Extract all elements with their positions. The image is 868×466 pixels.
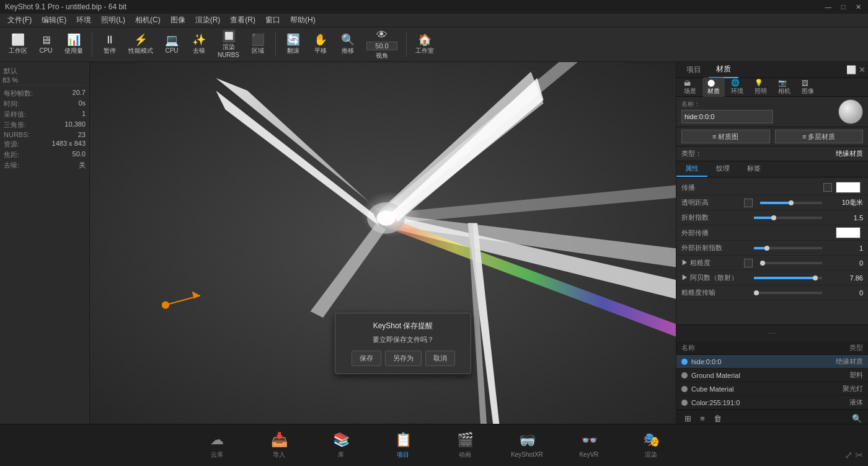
prop-ext-propagation: 外部传播 bbox=[676, 225, 868, 241]
subtab-image[interactable]: 🖼图像 bbox=[797, 78, 819, 97]
ext-refraction-slider[interactable] bbox=[754, 247, 823, 249]
menu-env[interactable]: 环境 bbox=[71, 14, 96, 27]
bottom-nav: ☁ 云库 📥 导入 📚 库 📋 项目 🎬 动画 🥽 KeyShotXR 👓 Ke… bbox=[0, 424, 868, 466]
maximize-button[interactable]: □ bbox=[838, 2, 848, 12]
tool-region[interactable]: ⬛ 区域 bbox=[246, 30, 270, 60]
roughness-checkbox[interactable] bbox=[744, 259, 753, 267]
nav-project[interactable]: 📋 项目 bbox=[384, 432, 422, 459]
mat-row-3[interactable]: Color:255:191:0 液体 bbox=[676, 396, 868, 410]
propagation-swatch[interactable] bbox=[836, 182, 861, 193]
tool-turntable[interactable]: 🔄 翻滚 bbox=[281, 30, 306, 60]
prop-tab-label[interactable]: 标签 bbox=[738, 161, 769, 177]
mat-row-0[interactable]: hide:0:0:0 绝缘材质 bbox=[676, 355, 868, 369]
dialog-cancel-button[interactable]: 取消 bbox=[425, 351, 455, 366]
subtab-scene[interactable]: 🏔场景 bbox=[679, 78, 701, 97]
minimize-button[interactable]: — bbox=[823, 2, 833, 12]
prop-tab-texture[interactable]: 纹理 bbox=[707, 161, 738, 177]
nav-import[interactable]: 📥 导入 bbox=[260, 432, 298, 459]
nav-library[interactable]: ☁ 云库 bbox=[198, 432, 236, 459]
menu-file[interactable]: 文件(F) bbox=[2, 14, 37, 27]
window-controls[interactable]: — □ ✕ bbox=[823, 2, 863, 12]
menu-view[interactable]: 查看(R) bbox=[225, 14, 260, 27]
rt-thumb[interactable] bbox=[754, 290, 759, 295]
propagation-checkbox[interactable] bbox=[823, 183, 832, 192]
ext-refraction-thumb[interactable] bbox=[764, 246, 769, 251]
transparency-thumb[interactable] bbox=[789, 200, 794, 205]
mat-name-input[interactable] bbox=[681, 110, 773, 123]
info-resources: 资源: 1483 x 843 bbox=[2, 139, 87, 150]
mat-graph-button[interactable]: ≡ 材质图 bbox=[681, 130, 770, 143]
tab-project[interactable]: 项目 bbox=[679, 62, 709, 78]
dialog-save-button[interactable]: 保存 bbox=[352, 351, 381, 366]
prop-refraction: 折射指数 1.5 bbox=[676, 210, 868, 225]
menu-image[interactable]: 图像 bbox=[166, 14, 190, 27]
mat-list-list-icon[interactable]: ≡ bbox=[696, 412, 709, 424]
roughness-thumb[interactable] bbox=[760, 261, 765, 266]
refraction-slider[interactable] bbox=[754, 217, 823, 219]
subtab-env[interactable]: 🌐环境 bbox=[726, 78, 748, 97]
perf-icon: ⚡ bbox=[134, 34, 148, 45]
tool-render-nurbs[interactable]: 🔲 渲染NURBS bbox=[214, 30, 243, 60]
tool-pause[interactable]: ⏸ 暂停 bbox=[97, 30, 122, 60]
menu-lighting[interactable]: 照明(L) bbox=[96, 14, 130, 27]
transparency-checkbox[interactable] bbox=[744, 199, 753, 207]
prop-tab-attrs[interactable]: 属性 bbox=[676, 161, 707, 177]
menu-edit[interactable]: 编辑(E) bbox=[37, 14, 71, 27]
menu-help[interactable]: 帮助(H) bbox=[285, 14, 321, 27]
nav-keyshotxr[interactable]: 🥽 KeyShotXR bbox=[508, 432, 546, 458]
tool-perf-mode[interactable]: ⚡ 性能模式 bbox=[125, 30, 157, 60]
menu-render[interactable]: 渲染(R) bbox=[190, 14, 226, 27]
divider-2 bbox=[275, 32, 276, 57]
abbe-slider[interactable] bbox=[754, 277, 823, 279]
mat-row-1[interactable]: Ground Material 塑料 bbox=[676, 369, 868, 382]
nav-lib2[interactable]: 📚 库 bbox=[322, 432, 360, 459]
panel-collapse-icon[interactable]: ⬜ bbox=[846, 65, 856, 74]
subtab-camera[interactable]: 📷相机 bbox=[773, 78, 795, 97]
nav-keyvr[interactable]: 👓 KeyVR bbox=[570, 432, 608, 458]
prop-abbe: ▶ 阿贝数（散射） 7.86 bbox=[676, 271, 868, 285]
animation-icon: 🎬 bbox=[457, 432, 474, 448]
nav-import-label: 导入 bbox=[273, 450, 285, 459]
tool-view[interactable]: 👁 视角 bbox=[363, 30, 401, 60]
subtab-material[interactable]: ⬤材质 bbox=[702, 78, 725, 97]
subtab-lighting[interactable]: 💡照明 bbox=[750, 78, 772, 97]
tool-push[interactable]: 🔍 推移 bbox=[335, 30, 360, 60]
props-area: 传播 透明距高 10毫米 折射指数 1 bbox=[676, 177, 868, 325]
tool-denoiser[interactable]: ✨ 去噪 bbox=[187, 30, 211, 60]
tool-workspace[interactable]: ⬜ 工作区 bbox=[5, 30, 31, 60]
dialog-saveas-button[interactable]: 另存为 bbox=[385, 351, 422, 366]
rt-slider[interactable] bbox=[754, 292, 823, 294]
zoom-input[interactable] bbox=[366, 42, 397, 50]
transparency-slider[interactable] bbox=[760, 202, 823, 204]
tool-pan[interactable]: ✋ 平移 bbox=[308, 30, 333, 60]
mat-name-2: Cube Material bbox=[691, 385, 813, 393]
panel-close-icon[interactable]: ✕ bbox=[859, 65, 866, 74]
nav-animation-label: 动画 bbox=[459, 450, 471, 459]
viewport[interactable]: KeyShot 保存提醒 要立即保存文件吗？ 保存 另存为 取消 bbox=[90, 62, 676, 424]
tab-material[interactable]: 材质 bbox=[709, 62, 738, 78]
tool-studio[interactable]: 🏠 工作室 bbox=[412, 30, 438, 60]
mat-list-grid-icon[interactable]: ⊞ bbox=[681, 412, 694, 424]
tool-cpu2-label: CPU bbox=[165, 47, 178, 54]
mat-list-search-icon[interactable]: 🔍 bbox=[851, 412, 863, 424]
refraction-value: 1.5 bbox=[826, 214, 863, 222]
cut-icon[interactable]: ✂ bbox=[855, 449, 863, 461]
tool-usage[interactable]: 📊 使用量 bbox=[61, 30, 87, 60]
menu-window[interactable]: 窗口 bbox=[260, 14, 285, 27]
refraction-thumb[interactable] bbox=[771, 215, 776, 220]
tool-cpu2[interactable]: 💻 CPU bbox=[159, 30, 184, 60]
close-button[interactable]: ✕ bbox=[853, 2, 863, 12]
tri-label: 三角形: bbox=[4, 120, 26, 130]
tool-cpu[interactable]: 🖥 CPU bbox=[33, 30, 58, 60]
mat-list-delete-icon[interactable]: 🗑 bbox=[711, 412, 724, 424]
mat-layer-button[interactable]: ≡ 多层材质 bbox=[775, 130, 864, 143]
nav-animation[interactable]: 🎬 动画 bbox=[446, 432, 484, 459]
abbe-thumb[interactable] bbox=[813, 276, 818, 280]
roughness-slider[interactable] bbox=[760, 262, 823, 264]
nav-render[interactable]: 🎭 渲染 bbox=[632, 432, 670, 459]
menu-camera[interactable]: 相机(C) bbox=[130, 14, 166, 27]
mat-row-2[interactable]: Cube Material 聚光灯 bbox=[676, 382, 868, 396]
expand-icon[interactable]: ⤢ bbox=[844, 449, 852, 461]
mat-list-expand-icon: ··· bbox=[768, 328, 776, 339]
ext-propagation-swatch[interactable] bbox=[836, 227, 861, 238]
